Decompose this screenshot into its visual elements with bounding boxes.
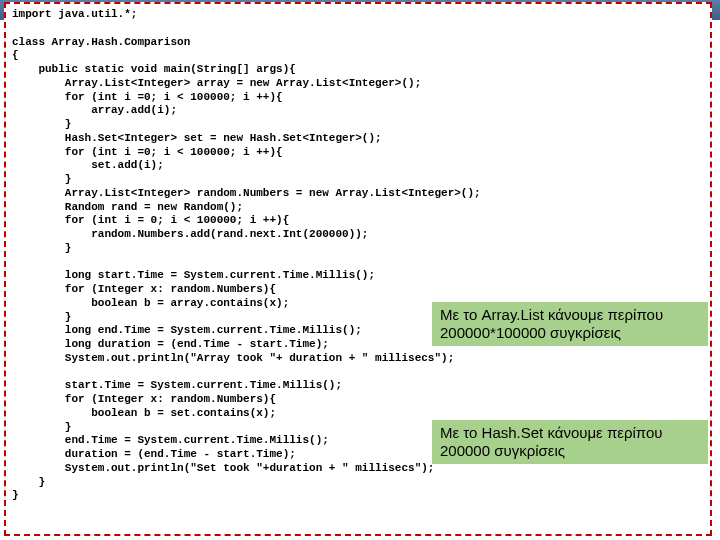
code-line: long start.Time = System.current.Time.Mi… [12, 269, 375, 281]
callout-text: Με το Hash.Set κάνουμε περίπου [440, 424, 663, 441]
code-line: Hash.Set<Integer> set = new Hash.Set<Int… [12, 132, 382, 144]
code-line: boolean b = set.contains(x); [12, 407, 276, 419]
code-line: long end.Time = System.current.Time.Mill… [12, 324, 362, 336]
code-line: } [12, 421, 71, 433]
code-line: for (int i = 0; i < 100000; i ++){ [12, 214, 289, 226]
code-line: } [12, 242, 71, 254]
code-line: public static void main(String[] args){ [12, 63, 296, 75]
code-line: duration = (end.Time - start.Time); [12, 448, 296, 460]
code-line: for (Integer x: random.Numbers){ [12, 393, 276, 405]
code-line: } [12, 311, 71, 323]
code-line: Random rand = new Random(); [12, 201, 243, 213]
code-line: } [12, 489, 19, 501]
code-line: Array.List<Integer> random.Numbers = new… [12, 187, 481, 199]
code-line: for (Integer x: random.Numbers){ [12, 283, 276, 295]
code-line: System.out.println("Set took "+duration … [12, 462, 434, 474]
callout-hashset: Με το Hash.Set κάνουμε περίπου 200000 συ… [432, 420, 708, 464]
code-line: } [12, 118, 71, 130]
code-line: import java.util.*; [12, 8, 137, 20]
callout-text: 200000*100000 συγκρίσεις [440, 324, 621, 341]
code-line: array.add(i); [12, 104, 177, 116]
callout-arraylist: Με το Array.List κάνουμε περίπου 200000*… [432, 302, 708, 346]
code-line: boolean b = array.contains(x); [12, 297, 289, 309]
code-line: random.Numbers.add(rand.next.Int(200000)… [12, 228, 368, 240]
code-line: for (int i =0; i < 100000; i ++){ [12, 91, 283, 103]
code-line: { [12, 49, 19, 61]
code-line: end.Time = System.current.Time.Millis(); [12, 434, 329, 446]
callout-text: 200000 συγκρίσεις [440, 442, 565, 459]
code-line: } [12, 476, 45, 488]
code-line: class Array.Hash.Comparison [12, 36, 190, 48]
code-line: Array.List<Integer> array = new Array.Li… [12, 77, 421, 89]
code-line: System.out.println("Array took "+ durati… [12, 352, 454, 364]
code-line: long duration = (end.Time - start.Time); [12, 338, 329, 350]
code-line: for (int i =0; i < 100000; i ++){ [12, 146, 283, 158]
code-line: start.Time = System.current.Time.Millis(… [12, 379, 342, 391]
code-line: } [12, 173, 71, 185]
callout-text: Με το Array.List κάνουμε περίπου [440, 306, 663, 323]
code-line: set.add(i); [12, 159, 164, 171]
